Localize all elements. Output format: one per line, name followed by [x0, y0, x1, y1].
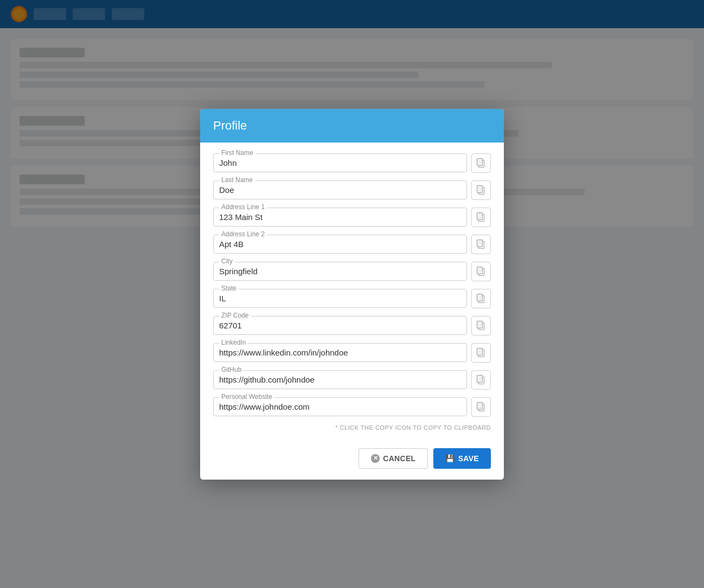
copy-icon-last-name	[477, 185, 485, 195]
copy-icon-github	[477, 375, 485, 385]
modal-body: First NameJohn Last NameDoe Address Line…	[200, 143, 504, 440]
save-label: SAVE	[458, 454, 479, 463]
cancel-label: CANCEL	[383, 454, 415, 463]
field-wrapper-state: StateIL	[213, 289, 467, 308]
field-wrapper-personal-website: Personal Websitehttps://www.johndoe.com	[213, 397, 467, 416]
field-row-last-name: Last NameDoe	[213, 180, 491, 200]
field-wrapper-github: GitHubhttps://github.com/johndoe	[213, 370, 467, 389]
field-label-personal-website: Personal Website	[219, 393, 274, 400]
copy-icon-first-name	[477, 158, 485, 168]
field-label-address-line-1: Address Line 1	[219, 203, 267, 211]
field-label-address-line-2: Address Line 2	[219, 230, 267, 238]
copy-icon-personal-website	[477, 402, 485, 412]
field-wrapper-first-name: First NameJohn	[213, 153, 467, 172]
field-row-personal-website: Personal Websitehttps://www.johndoe.com	[213, 397, 491, 417]
field-wrapper-address-line-2: Address Line 2Apt 4B	[213, 235, 467, 254]
field-value-city: Springfield	[219, 267, 461, 276]
copy-icon-address-line-2	[477, 240, 485, 249]
field-value-personal-website: https://www.johndoe.com	[219, 402, 461, 411]
field-wrapper-linkedin: LinkedInhttps://www.linkedin.com/in/john…	[213, 343, 467, 362]
field-value-zip-code: 62701	[219, 321, 461, 330]
field-row-address-line-1: Address Line 1123 Main St	[213, 208, 491, 227]
profile-modal: Profile First NameJohn Last NameDoe Addr…	[200, 109, 504, 480]
field-label-github: GitHub	[219, 366, 244, 373]
field-row-address-line-2: Address Line 2Apt 4B	[213, 235, 491, 254]
copy-icon-address-line-1	[477, 212, 485, 222]
copy-icon-linkedin	[477, 348, 485, 358]
cancel-icon: ✕	[371, 454, 380, 463]
field-label-zip-code: ZIP Code	[219, 312, 251, 319]
field-wrapper-last-name: Last NameDoe	[213, 180, 467, 199]
field-label-last-name: Last Name	[219, 176, 255, 184]
copy-button-linkedin[interactable]	[471, 343, 491, 363]
field-row-zip-code: ZIP Code62701	[213, 316, 491, 335]
field-label-state: State	[219, 285, 239, 292]
modal-header: Profile	[200, 109, 504, 143]
copy-button-github[interactable]	[471, 370, 491, 390]
modal-footer: ✕ CANCEL 💾 SAVE	[200, 440, 504, 480]
field-label-linkedin: LinkedIn	[219, 339, 248, 346]
copy-icon-state	[477, 294, 485, 303]
field-value-state: IL	[219, 294, 461, 303]
copy-button-personal-website[interactable]	[471, 397, 491, 417]
copy-button-address-line-2[interactable]	[471, 235, 491, 254]
field-value-last-name: Doe	[219, 185, 461, 195]
field-row-city: CitySpringfield	[213, 262, 491, 281]
field-value-address-line-1: 123 Main St	[219, 212, 461, 222]
cancel-button[interactable]: ✕ CANCEL	[359, 448, 428, 469]
field-label-city: City	[219, 257, 235, 265]
save-icon: 💾	[445, 454, 455, 463]
field-wrapper-city: CitySpringfield	[213, 262, 467, 281]
copy-button-zip-code[interactable]	[471, 316, 491, 335]
field-value-address-line-2: Apt 4B	[219, 240, 461, 249]
field-label-first-name: First Name	[219, 149, 255, 157]
clipboard-note: * CLICK THE COPY ICON TO COPY TO CLIPBOA…	[213, 424, 491, 431]
field-row-state: StateIL	[213, 289, 491, 308]
field-wrapper-address-line-1: Address Line 1123 Main St	[213, 208, 467, 227]
field-row-linkedin: LinkedInhttps://www.linkedin.com/in/john…	[213, 343, 491, 363]
copy-button-last-name[interactable]	[471, 180, 491, 200]
copy-button-address-line-1[interactable]	[471, 208, 491, 227]
field-row-github: GitHubhttps://github.com/johndoe	[213, 370, 491, 390]
copy-button-state[interactable]	[471, 289, 491, 308]
copy-icon-zip-code	[477, 321, 485, 331]
copy-icon-city	[477, 267, 485, 276]
copy-button-first-name[interactable]	[471, 153, 491, 173]
field-value-linkedin: https://www.linkedin.com/in/johndoe	[219, 348, 461, 357]
modal-title: Profile	[213, 119, 491, 133]
field-wrapper-zip-code: ZIP Code62701	[213, 316, 467, 335]
field-row-first-name: First NameJohn	[213, 153, 491, 173]
copy-button-city[interactable]	[471, 262, 491, 281]
field-value-first-name: John	[219, 158, 461, 167]
field-value-github: https://github.com/johndoe	[219, 375, 461, 384]
save-button[interactable]: 💾 SAVE	[433, 448, 491, 469]
